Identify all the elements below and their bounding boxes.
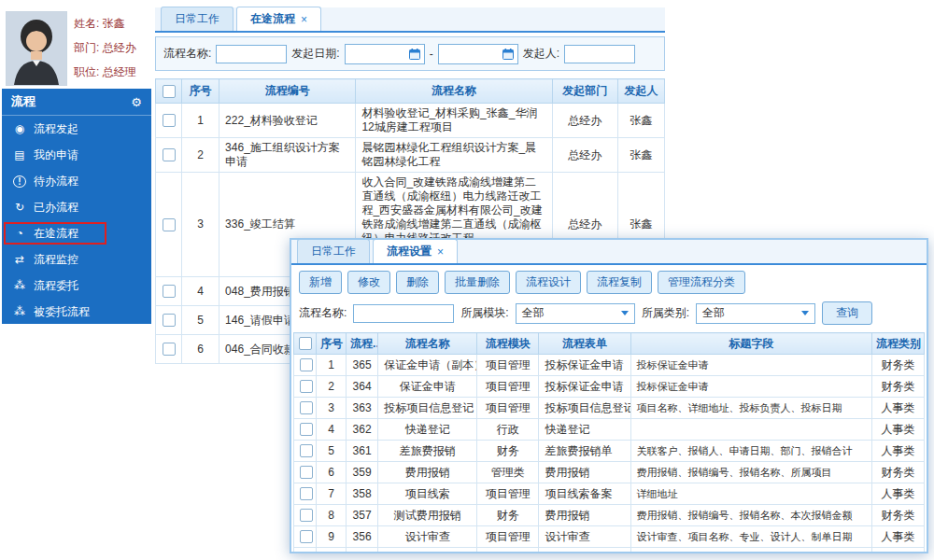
sidebar-item-done[interactable]: ↻已办流程	[2, 194, 151, 220]
cell-no: 7	[317, 483, 347, 505]
category-select[interactable]: 全部	[696, 303, 815, 324]
row-checkbox[interactable]	[300, 466, 313, 479]
module-select-value: 全部	[522, 305, 545, 321]
cell-dept: 总经办	[552, 138, 617, 173]
table-row[interactable]: 1365保证金申请（副本）项目管理投标保证金申请投标保证金申请财务类	[294, 355, 925, 376]
column-header: 序号	[317, 333, 347, 355]
cell-code: 358	[347, 483, 378, 505]
checkbox-cell	[156, 277, 182, 306]
row-checkbox[interactable]	[163, 148, 176, 161]
table-row[interactable]: 4362快递登记行政快递登记人事类	[294, 419, 925, 441]
cell-name: 快递登记	[378, 419, 477, 441]
process-design-button[interactable]: 流程设计	[516, 271, 581, 294]
cell-fields: 投标保证金申请	[630, 355, 871, 376]
cell-no: 4	[182, 277, 219, 306]
cell-no: 9	[317, 526, 347, 548]
row-checkbox[interactable]	[300, 444, 313, 457]
sitemap-icon: ⁂	[13, 305, 26, 318]
sidebar-item-my-apply[interactable]: ▤我的申请	[2, 142, 151, 168]
start-date-from-input[interactable]	[345, 44, 425, 64]
sidebar-item-todo[interactable]: !待办流程	[2, 168, 151, 194]
close-tab-icon[interactable]: ×	[301, 13, 307, 26]
initiator-input[interactable]	[564, 45, 635, 63]
start-date-to-input[interactable]	[438, 44, 518, 64]
table-row[interactable]: 2346_施工组织设计方案申请晨铭园林绿化工程组织设计方案_晨铭园林绿化工程总经…	[156, 138, 665, 173]
cell-no: 6	[317, 462, 347, 483]
table-row[interactable]: 6359费用报销管理类费用报销费用报销、报销编号、报销名称、所属项目财务类	[294, 462, 925, 483]
cell-name: 晨铭园林绿化工程组织设计方案_晨铭园林绿化工程	[356, 138, 552, 173]
sidebar-menu: ◉流程发起▤我的申请!待办流程↻已办流程◔在途流程⇄流程监控⁂流程委托⁂被委托流…	[2, 116, 151, 325]
column-header: 流程名称	[356, 79, 552, 104]
row-checkbox[interactable]	[163, 343, 176, 356]
row-checkbox[interactable]	[163, 285, 176, 298]
cell-person: 张鑫	[617, 138, 664, 173]
tab-in-transit-process[interactable]: 在途流程 ×	[236, 7, 321, 31]
cell-category: 财务类	[871, 462, 924, 483]
cell-category: 财务类	[871, 376, 924, 398]
process-name-input-2[interactable]	[353, 304, 454, 323]
column-header: 流程编号	[219, 79, 356, 104]
table-row[interactable]: 7358项目线索项目管理项目线索备案详细地址人事类	[294, 483, 925, 505]
table-row[interactable]: 5361差旅费报销财务差旅费报销单关联客户、报销人、申请日期、部门、报销合计人事…	[294, 441, 925, 462]
row-checkbox[interactable]	[163, 218, 176, 231]
category-select-value: 全部	[702, 305, 725, 321]
query-button[interactable]: 查询	[822, 301, 872, 325]
add-button[interactable]: 新增	[299, 271, 342, 294]
cell-no: 8	[317, 505, 347, 526]
cell-name: 测试费用报销	[378, 505, 477, 526]
sidebar-item-monitor[interactable]: ⇄流程监控	[2, 246, 151, 273]
cell-fields: 详细地址	[630, 483, 871, 505]
cell-no: 1	[317, 355, 347, 376]
process-name-input[interactable]	[216, 45, 287, 63]
cell-no: 2	[317, 376, 347, 398]
sidebar-item-delegate[interactable]: ⁂流程委托	[2, 273, 151, 299]
tab-label: 日常工作	[311, 244, 356, 259]
module-select[interactable]: 全部	[516, 303, 635, 324]
row-checkbox[interactable]	[300, 401, 313, 414]
sidebar-item-initiate[interactable]: ◉流程发起	[2, 116, 151, 142]
tab-daily-work[interactable]: 日常工作	[161, 7, 234, 31]
cell-module: 项目管理	[477, 355, 539, 376]
table-row[interactable]: 8357测试费用报销财务费用报销费用报销、报销编号、报销名称、本次报销金额财务类	[294, 505, 925, 526]
row-checkbox[interactable]	[300, 530, 313, 543]
cell-no: 1	[182, 104, 219, 138]
row-checkbox[interactable]	[300, 380, 313, 393]
sidebar-item-in-transit[interactable]: ◔在途流程	[2, 220, 151, 246]
batch-delete-button[interactable]: 批量删除	[445, 271, 510, 294]
table-row[interactable]: 1222_材料验收登记材料验收登记_材料采购_张鑫_华润12城房建工程项目总经办…	[156, 104, 665, 138]
checkbox-cell	[156, 104, 182, 138]
row-checkbox[interactable]	[300, 423, 313, 436]
gear-icon[interactable]: ⚙	[131, 95, 142, 109]
select-all-checkbox[interactable]	[163, 85, 176, 98]
tab-daily-work-2[interactable]: 日常工作	[297, 239, 370, 263]
cell-no: 2	[182, 138, 219, 173]
row-checkbox[interactable]	[163, 114, 176, 127]
sidebar-item-delegated[interactable]: ⁂被委托流程	[2, 299, 151, 325]
cell-name: 材料验收登记_材料采购_张鑫_华润12城房建工程项目	[356, 104, 552, 138]
cell-name: 费用报销	[378, 462, 477, 483]
date-range-separator: -	[430, 48, 433, 61]
row-checkbox[interactable]	[163, 314, 176, 327]
row-checkbox[interactable]	[300, 487, 313, 500]
manage-category-button[interactable]: 管理流程分类	[658, 271, 745, 294]
select-all-checkbox[interactable]	[299, 337, 312, 350]
table-row[interactable]: 2364保证金申请项目管理投标保证金申请投标保证金申请财务类	[294, 376, 925, 398]
process-copy-button[interactable]: 流程复制	[587, 271, 652, 294]
table-row[interactable]: 3363投标项目信息登记项目管理投标项目信息登记项目名称、详细地址、投标负责人、…	[294, 398, 925, 419]
edit-button[interactable]: 修改	[347, 271, 390, 294]
delete-button[interactable]: 删除	[396, 271, 439, 294]
row-checkbox[interactable]	[300, 358, 313, 371]
select-all-cell	[156, 79, 182, 104]
profile-field: 姓名: 张鑫	[74, 16, 136, 32]
row-checkbox[interactable]	[300, 509, 313, 522]
tab-process-settings[interactable]: 流程设置 ×	[373, 239, 458, 263]
close-tab-icon[interactable]: ×	[437, 245, 444, 259]
calendar-icon	[502, 49, 514, 60]
table-row[interactable]: 9356设计审查项目管理设计审查设计审查、项目名称、专业、设计人、制单日期人事类	[294, 526, 925, 548]
cell-module: 项目管理	[477, 376, 539, 398]
cell-module: 项目管理	[477, 398, 539, 419]
table-row[interactable]: 10355设计进度汇报项目管理设计进度汇报设计进度汇报、所属项目、任务名称、任务…	[294, 548, 925, 554]
sidebar-item-label: 在途流程	[34, 226, 78, 242]
cell-module: 项目管理	[477, 548, 539, 554]
checkbox-cell	[156, 173, 182, 277]
